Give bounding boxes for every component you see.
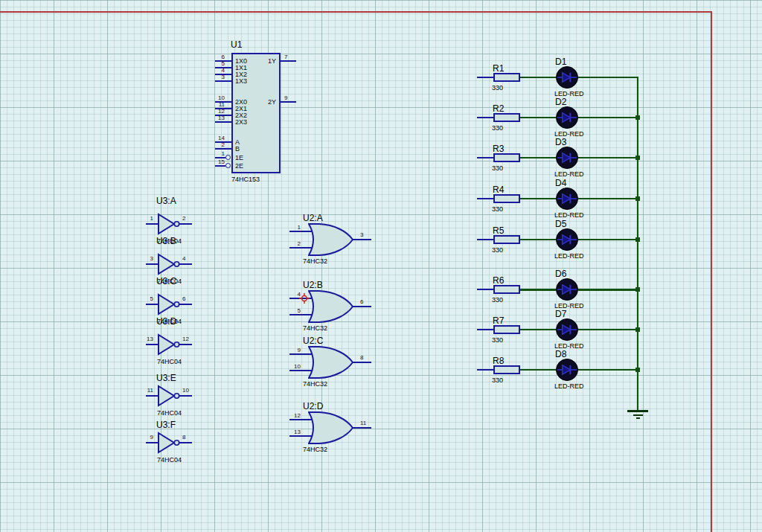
wire[interactable] bbox=[179, 395, 192, 397]
resistor-value-label: 330 bbox=[492, 164, 503, 172]
wire[interactable] bbox=[179, 304, 192, 305]
wire[interactable] bbox=[146, 304, 159, 305]
diode-symbol-icon bbox=[557, 188, 577, 209]
wire[interactable] bbox=[146, 344, 159, 345]
pin-number: 1 bbox=[140, 215, 153, 222]
wire[interactable] bbox=[477, 198, 493, 199]
wire[interactable] bbox=[520, 117, 556, 118]
led[interactable] bbox=[556, 66, 578, 89]
pin-number: 5 bbox=[287, 307, 301, 314]
or-gate-symbol[interactable] bbox=[308, 345, 354, 379]
mux-pin-wire[interactable] bbox=[215, 148, 231, 150]
pin-number: 10 bbox=[287, 363, 301, 370]
led-part-label: LED-RED bbox=[554, 211, 584, 219]
wire[interactable] bbox=[578, 198, 638, 199]
led[interactable] bbox=[556, 106, 578, 129]
wire[interactable] bbox=[353, 306, 371, 307]
mux-pin-wire[interactable] bbox=[281, 60, 296, 62]
wire[interactable] bbox=[477, 239, 493, 240]
wire[interactable] bbox=[179, 442, 192, 443]
led-ref-label: D5 bbox=[555, 219, 566, 229]
inverter-ref-label: U3:E bbox=[156, 373, 176, 383]
mux-pin-wire[interactable] bbox=[215, 80, 231, 82]
wire[interactable] bbox=[520, 157, 556, 158]
wire[interactable] bbox=[179, 344, 192, 345]
wire[interactable] bbox=[146, 263, 159, 265]
led[interactable] bbox=[556, 147, 578, 169]
wire[interactable] bbox=[477, 157, 493, 158]
or-gate-part-label: 74HC32 bbox=[303, 380, 327, 388]
resistor-value-label: 330 bbox=[492, 376, 503, 384]
wire[interactable] bbox=[578, 117, 638, 118]
inversion-bubble-icon bbox=[225, 155, 231, 160]
resistor-ref-label: R2 bbox=[493, 103, 504, 114]
wire[interactable] bbox=[353, 362, 371, 363]
wire[interactable] bbox=[578, 239, 638, 240]
wire[interactable] bbox=[146, 395, 159, 397]
resistor-ref-label: R4 bbox=[493, 185, 504, 195]
resistor[interactable] bbox=[493, 153, 520, 162]
resistor[interactable] bbox=[493, 194, 520, 203]
wire[interactable] bbox=[520, 77, 556, 78]
resistor-ref-label: R3 bbox=[493, 144, 504, 154]
led[interactable] bbox=[556, 188, 578, 210]
led-ref-label: D8 bbox=[555, 349, 566, 359]
mux-pin-wire[interactable] bbox=[281, 101, 296, 103]
mux-pin-number: 12 bbox=[207, 108, 225, 115]
wire[interactable] bbox=[520, 289, 556, 291]
wire[interactable] bbox=[520, 329, 556, 330]
wire[interactable] bbox=[578, 289, 638, 291]
led[interactable] bbox=[556, 359, 578, 381]
resistor[interactable] bbox=[493, 73, 520, 82]
led[interactable] bbox=[556, 318, 578, 341]
wire[interactable] bbox=[353, 239, 371, 240]
mux-pin-wire[interactable] bbox=[215, 165, 225, 167]
resistor[interactable] bbox=[493, 113, 520, 122]
resistor[interactable] bbox=[493, 365, 520, 374]
wire[interactable] bbox=[578, 77, 638, 78]
wire[interactable] bbox=[146, 223, 159, 225]
pin-number: 13 bbox=[140, 336, 153, 342]
or-gate-symbol[interactable] bbox=[308, 289, 354, 324]
or-gate-part-label: 74HC32 bbox=[303, 257, 327, 265]
wire[interactable] bbox=[353, 427, 371, 429]
resistor[interactable] bbox=[493, 285, 520, 294]
pin-number: 8 bbox=[360, 354, 363, 361]
schematic-canvas: U1 74HC153 6 1X0 5 1X1 4 1X2 3 1X3 10 2X… bbox=[0, 0, 762, 532]
wire[interactable] bbox=[179, 263, 192, 265]
mux-pin-label: 2X3 bbox=[235, 118, 247, 126]
wire[interactable] bbox=[477, 77, 493, 78]
wire[interactable] bbox=[179, 223, 192, 225]
or-gate-part-label: 74HC32 bbox=[303, 446, 327, 453]
led-ref-label: D4 bbox=[555, 178, 566, 188]
or-gate-symbol[interactable] bbox=[308, 411, 354, 445]
led[interactable] bbox=[556, 228, 578, 251]
mux-pin-number: 14 bbox=[207, 135, 225, 141]
wire[interactable] bbox=[477, 329, 493, 330]
wire[interactable] bbox=[520, 369, 556, 371]
or-gate-symbol[interactable] bbox=[308, 222, 354, 257]
wire[interactable] bbox=[578, 369, 638, 371]
wire[interactable] bbox=[578, 329, 638, 330]
resistor[interactable] bbox=[493, 325, 520, 334]
wire[interactable] bbox=[477, 289, 493, 290]
wire[interactable] bbox=[520, 239, 556, 240]
inverter-ref-label: U3:A bbox=[156, 196, 176, 206]
mux-pin-number: 15 bbox=[207, 158, 225, 165]
wire[interactable] bbox=[520, 198, 556, 199]
wire[interactable] bbox=[477, 117, 493, 118]
pin-number: 11 bbox=[140, 387, 153, 394]
wire[interactable] bbox=[578, 157, 638, 158]
pin-number: 9 bbox=[140, 434, 153, 440]
wire[interactable] bbox=[146, 442, 159, 443]
wire-common-rail[interactable] bbox=[637, 77, 638, 411]
led-ref-label: D1 bbox=[555, 57, 566, 67]
led[interactable] bbox=[556, 278, 578, 301]
resistor[interactable] bbox=[493, 235, 520, 244]
pin-number: 4 bbox=[182, 255, 185, 262]
or-gate-ref-label: U2:A bbox=[303, 213, 323, 223]
pin-number: 13 bbox=[287, 429, 301, 435]
mux-pin-wire[interactable] bbox=[215, 121, 231, 123]
diode-symbol-icon bbox=[557, 67, 577, 88]
wire[interactable] bbox=[477, 369, 493, 371]
